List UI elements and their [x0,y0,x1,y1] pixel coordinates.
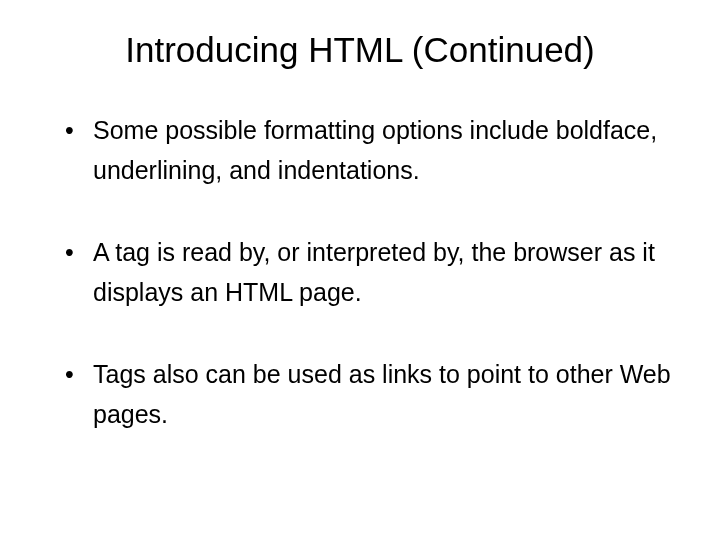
bullet-list: Some possible formatting options include… [45,110,675,434]
slide-title: Introducing HTML (Continued) [45,30,675,70]
bullet-item: A tag is read by, or interpreted by, the… [65,232,675,312]
bullet-item: Some possible formatting options include… [65,110,675,190]
bullet-item: Tags also can be used as links to point … [65,354,675,434]
